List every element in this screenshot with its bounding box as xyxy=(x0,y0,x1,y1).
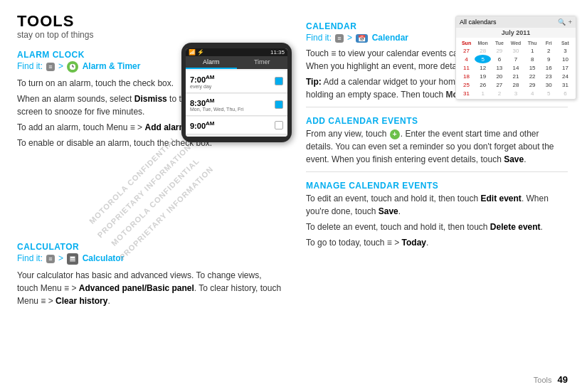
svg-rect-5 xyxy=(70,257,75,258)
divider-1 xyxy=(306,107,568,107)
page-title: TOOLS xyxy=(17,13,285,30)
alarm-item-2: 8:30AM Mon, Tue, Wed, Thu, Fri xyxy=(186,94,287,117)
cal-day-sat: Sat xyxy=(557,39,573,46)
cal-header-icons: 🔍 + xyxy=(558,18,572,26)
page-subtitle: stay on top of things xyxy=(17,30,285,40)
cal-day-wed: Wed xyxy=(507,39,524,46)
cal-week-3: 11 12 13 14 15 16 17 xyxy=(458,63,573,72)
manage-events-para1: To edit an event, touch and hold it, the… xyxy=(306,192,568,218)
cal-week-4: 18 19 20 21 22 23 24 xyxy=(458,72,573,80)
right-column: All calendars 🔍 + July 2011 Sun Mon Tue … xyxy=(299,0,582,392)
plus-icon: + xyxy=(390,129,400,139)
add-events-para1: From any view, touch +. Enter the event … xyxy=(306,127,568,166)
tab-alarm[interactable]: Alarm xyxy=(186,56,237,69)
calendar-app-icon: 📅 xyxy=(356,34,368,43)
phone-tabs: Alarm Timer xyxy=(186,56,287,69)
alarm-clock-icon xyxy=(67,61,78,73)
menu-icon-cal: ≡ xyxy=(335,34,343,43)
menu-icon-view: ≡ xyxy=(331,48,336,58)
cal-day-thu: Thu xyxy=(524,39,541,46)
svg-point-7 xyxy=(73,259,74,260)
cal-week-5: 25 26 27 28 29 30 31 xyxy=(458,80,573,89)
cal-grid: Sun Mon Tue Wed Thu Fri Sat 27 28 29 30 … xyxy=(456,38,576,99)
cal-week-2: 4 5 6 7 8 9 10 xyxy=(458,55,573,63)
calc-para1: Your calculator has basic and advanced v… xyxy=(17,269,285,307)
cal-header: All calendars 🔍 + xyxy=(456,16,576,28)
manage-events-title: MANAGE CALENDAR EVENTS xyxy=(306,181,568,191)
alarm-item-1: 7:00AM every day xyxy=(186,70,287,93)
status-icons: 📶 ⚡ xyxy=(189,49,204,55)
phone-mockup: 📶 ⚡ 11:35 Alarm Timer 7:00AM every day 8 xyxy=(181,43,292,142)
svg-point-8 xyxy=(74,259,75,260)
cal-day-sun: Sun xyxy=(458,39,475,46)
cal-day-mon: Mon xyxy=(475,39,491,46)
alarm-time-2: 8:30AM Mon, Tue, Wed, Thu, Fri xyxy=(190,97,243,112)
svg-point-6 xyxy=(71,259,73,260)
menu-icon-4: ≡ xyxy=(41,296,46,306)
cal-week-6: 31 1 2 3 4 5 6 xyxy=(458,89,573,97)
alarm-time-1: 7:00AM every day xyxy=(190,74,214,89)
calculator-find-it: Find it: ≡ > Calculator xyxy=(17,253,285,265)
alarm-item-3: 9:00AM xyxy=(186,117,287,134)
menu-icon-calc: ≡ xyxy=(46,255,54,263)
status-bar: 📶 ⚡ 11:35 xyxy=(186,48,287,56)
page-number: 49 xyxy=(558,374,568,385)
menu-icon-3: ≡ xyxy=(64,283,69,293)
menu-icon-today: ≡ xyxy=(387,238,392,248)
manage-events-para3: To go to today, touch ≡ > Today. xyxy=(306,236,568,249)
manage-events-para2: To delete an event, touch and hold it, t… xyxy=(306,221,568,233)
alarm-list: 7:00AM every day 8:30AM Mon, Tue, Wed, T… xyxy=(186,69,287,137)
menu-icon-2: ≡ xyxy=(130,122,135,132)
alarm-checkbox-2[interactable] xyxy=(275,100,283,109)
cal-search-icon[interactable]: 🔍 xyxy=(558,18,566,26)
phone-screen: 📶 ⚡ 11:35 Alarm Timer 7:00AM every day 8 xyxy=(186,48,287,137)
page-footer: Tools 49 xyxy=(534,374,568,385)
status-time: 11:35 xyxy=(270,49,285,55)
cal-header-row: Sun Mon Tue Wed Thu Fri Sat xyxy=(458,39,573,46)
alarm-checkbox-1[interactable] xyxy=(275,77,283,85)
menu-icon: ≡ xyxy=(46,63,54,71)
alarm-checkbox-3[interactable] xyxy=(275,121,283,129)
alarm-time-3: 9:00AM xyxy=(190,120,214,130)
cal-day-tue: Tue xyxy=(491,39,507,46)
divider-2 xyxy=(306,171,568,172)
cal-add-icon[interactable]: + xyxy=(568,18,572,26)
calculator-section-title: CALCULATOR xyxy=(17,242,285,252)
footer-label: Tools xyxy=(534,376,552,384)
all-calendars-label: All calendars xyxy=(460,18,497,26)
calculator-icon xyxy=(67,253,78,265)
cal-month: July 2011 xyxy=(456,28,576,38)
left-column: MOTOROLA CONFIDENTIAL PROPRIETARY INFORM… xyxy=(0,0,299,392)
calendar-widget: All calendars 🔍 + July 2011 Sun Mon Tue … xyxy=(455,16,576,100)
cal-week-1: 27 28 29 30 1 2 3 xyxy=(458,46,573,55)
tab-timer[interactable]: Timer xyxy=(237,56,288,69)
cal-day-fri: Fri xyxy=(541,39,557,46)
add-events-title: ADD CALENDAR EVENTS xyxy=(306,116,568,126)
